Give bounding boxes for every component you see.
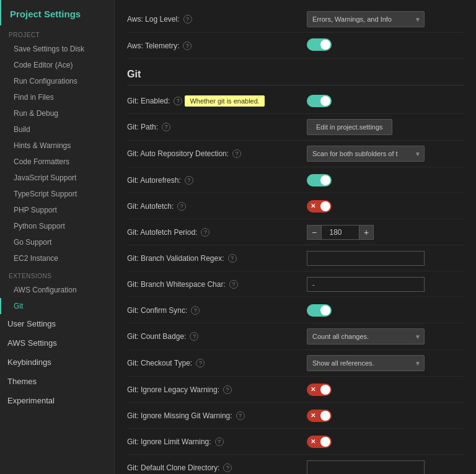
- git-ignore-limit-toggle-thumb: [320, 437, 330, 447]
- sidebar-item-git[interactable]: Git: [0, 298, 114, 314]
- aws-log-level-row: Aws: Log Level: ? Errors, Warnings, and …: [127, 6, 464, 33]
- git-count-badge-help-icon[interactable]: ?: [190, 332, 198, 341]
- git-auto-repo-select[interactable]: Scan for both subfolders of t: [307, 146, 425, 162]
- git-ignore-legacy-toggle[interactable]: ✕: [307, 384, 332, 396]
- git-autofetch-x-icon: ✕: [311, 203, 315, 209]
- git-confirm-sync-help-icon[interactable]: ?: [191, 306, 200, 315]
- sidebar-item-keybindings[interactable]: Keybindings: [0, 353, 114, 372]
- git-branch-validation-label: Git: Branch Validation Regex: ?: [127, 254, 307, 263]
- git-autofetch-period-input[interactable]: [322, 225, 359, 240]
- git-enabled-help-icon[interactable]: ?: [174, 97, 182, 105]
- git-autofetch-label: Git: Autofetch: ?: [127, 202, 307, 211]
- git-auto-repo-dropdown-wrapper: Scan for both subfolders of t ▼: [307, 146, 425, 162]
- git-enabled-label: Git: Enabled: ? Whether git is enabled.: [127, 95, 307, 107]
- git-branch-validation-help-icon[interactable]: ?: [228, 254, 237, 263]
- aws-telemetry-help-icon[interactable]: ?: [183, 42, 192, 50]
- sidebar-item-experimental[interactable]: Experimental: [0, 391, 114, 410]
- sidebar-item-save-settings[interactable]: Save Settings to Disk: [0, 41, 114, 57]
- edit-in-project-settings-button[interactable]: Edit in project.settings: [307, 119, 392, 135]
- git-ignore-limit-row: Git: Ignore Limit Warning: ? ✕: [127, 429, 464, 455]
- git-ignore-missing-row: Git: Ignore Missing Git Warning: ? ✕: [127, 403, 464, 429]
- git-confirm-sync-toggle-thumb: [320, 305, 330, 315]
- git-autorefresh-help-icon[interactable]: ?: [185, 176, 193, 185]
- sidebar-item-python-support[interactable]: Python Support: [0, 218, 114, 234]
- git-ignore-missing-toggle-thumb: [320, 411, 330, 421]
- sidebar-item-php-support[interactable]: PHP Support: [0, 202, 114, 218]
- sidebar-item-find-in-files[interactable]: Find in Files: [0, 89, 114, 105]
- sidebar-item-typescript-support[interactable]: TypeScript Support: [0, 186, 114, 202]
- git-default-clone-input[interactable]: [307, 460, 425, 475]
- git-branch-whitespace-help-icon[interactable]: ?: [229, 280, 238, 289]
- sidebar-item-javascript-support[interactable]: JavaScript Support: [0, 170, 114, 186]
- git-autofetch-period-plus-button[interactable]: +: [359, 225, 374, 240]
- project-section-label: PROJECT: [0, 25, 114, 41]
- aws-telemetry-toggle[interactable]: [307, 38, 332, 51]
- sidebar-item-ec2-instance[interactable]: EC2 Instance: [0, 250, 114, 266]
- git-autorefresh-label: Git: Autorefresh: ?: [127, 176, 307, 185]
- git-default-clone-help-icon[interactable]: ?: [223, 463, 232, 472]
- sidebar-item-run-configurations[interactable]: Run Configurations: [0, 73, 114, 89]
- git-auto-repo-row: Git: Auto Repository Detection: ? Scan f…: [127, 141, 464, 167]
- git-autofetch-row: Git: Autofetch: ? ✕: [127, 193, 464, 219]
- git-ignore-missing-x-icon: ✕: [311, 412, 315, 419]
- sidebar-item-run-debug[interactable]: Run & Debug: [0, 105, 114, 121]
- aws-log-level-control: Errors, Warnings, and Info ▼: [307, 11, 464, 27]
- aws-log-level-label: Aws: Log Level: ?: [127, 15, 307, 24]
- git-path-help-icon[interactable]: ?: [162, 123, 170, 131]
- sidebar-item-go-support[interactable]: Go Support: [0, 234, 114, 250]
- git-ignore-legacy-help-icon[interactable]: ?: [223, 385, 232, 394]
- git-count-badge-row: Git: Count Badge: ? Count all changes. ▼: [127, 323, 464, 350]
- git-autofetch-period-minus-button[interactable]: −: [307, 225, 322, 240]
- sidebar-item-themes[interactable]: Themes: [0, 372, 114, 391]
- aws-log-level-help-icon[interactable]: ?: [183, 15, 192, 24]
- git-autofetch-help-icon[interactable]: ?: [177, 202, 186, 211]
- git-ignore-limit-toggle[interactable]: ✕: [307, 436, 332, 448]
- sidebar-item-user-settings[interactable]: User Settings: [0, 314, 114, 333]
- git-checkout-type-control: Show all references. ▼: [307, 355, 464, 371]
- git-autofetch-period-number-control: − +: [307, 225, 374, 240]
- git-checkout-type-help-icon[interactable]: ?: [196, 359, 205, 367]
- git-autofetch-period-control: − +: [307, 225, 464, 240]
- sidebar-item-build[interactable]: Build: [0, 121, 114, 138]
- git-autorefresh-toggle[interactable]: [307, 174, 332, 187]
- git-branch-whitespace-input[interactable]: [307, 277, 425, 292]
- sidebar-item-aws-configuration[interactable]: AWS Configuration: [0, 282, 114, 298]
- aws-telemetry-toggle-thumb: [320, 40, 330, 50]
- git-ignore-missing-toggle[interactable]: ✕: [307, 410, 332, 422]
- git-ignore-missing-label: Git: Ignore Missing Git Warning: ?: [127, 411, 307, 420]
- git-autofetch-control: ✕: [307, 200, 464, 213]
- git-confirm-sync-control: [307, 304, 464, 317]
- git-branch-validation-input[interactable]: [307, 251, 425, 266]
- git-ignore-limit-help-icon[interactable]: ?: [215, 437, 224, 446]
- sidebar-item-aws-settings[interactable]: AWS Settings: [0, 333, 114, 353]
- git-branch-validation-control: [307, 251, 464, 266]
- sidebar-item-hints-warnings[interactable]: Hints & Warnings: [0, 138, 114, 154]
- git-confirm-sync-label: Git: Confirm Sync: ?: [127, 306, 307, 315]
- git-ignore-legacy-label: Git: Ignore Legacy Warning: ?: [127, 385, 307, 394]
- git-ignore-limit-control: ✕: [307, 436, 464, 448]
- git-auto-repo-help-icon[interactable]: ?: [232, 149, 241, 158]
- git-ignore-missing-help-icon[interactable]: ?: [236, 411, 245, 420]
- git-enabled-toggle[interactable]: [307, 95, 332, 107]
- git-autofetch-toggle[interactable]: ✕: [307, 200, 332, 213]
- extensions-section-label: EXTENSIONS: [0, 266, 114, 282]
- aws-log-level-select[interactable]: Errors, Warnings, and Info: [307, 11, 425, 27]
- git-enabled-toggle-thumb: [320, 96, 330, 106]
- git-default-clone-control: [307, 460, 464, 475]
- git-autofetch-period-help-icon[interactable]: ?: [201, 228, 209, 237]
- git-count-badge-select[interactable]: Count all changes.: [307, 328, 425, 345]
- git-ignore-legacy-row: Git: Ignore Legacy Warning: ? ✕: [127, 377, 464, 403]
- aws-telemetry-row: Aws: Telemetry: ?: [127, 33, 464, 59]
- sidebar-item-code-formatters[interactable]: Code Formatters: [0, 154, 114, 170]
- git-branch-validation-row: Git: Branch Validation Regex: ?: [127, 245, 464, 271]
- git-ignore-limit-label: Git: Ignore Limit Warning: ?: [127, 437, 307, 446]
- sidebar-title: Project Settings: [0, 0, 114, 25]
- git-autorefresh-toggle-thumb: [320, 175, 330, 185]
- sidebar-item-code-editor[interactable]: Code Editor (Ace): [0, 57, 114, 73]
- git-ignore-limit-x-icon: ✕: [311, 438, 315, 445]
- git-confirm-sync-toggle[interactable]: [307, 304, 332, 317]
- git-ignore-missing-control: ✕: [307, 410, 464, 422]
- git-default-clone-label: Git: Default Clone Directory: ?: [127, 463, 307, 472]
- git-autorefresh-row: Git: Autorefresh: ?: [127, 167, 464, 193]
- git-checkout-type-select[interactable]: Show all references.: [307, 355, 425, 371]
